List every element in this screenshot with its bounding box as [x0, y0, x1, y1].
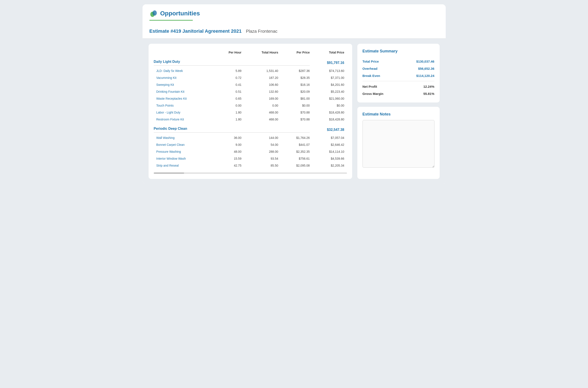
item-per-price: $441.07 — [281, 141, 312, 148]
summary-label: Gross Margin — [363, 92, 384, 96]
summary-label: Net Profit — [363, 85, 377, 88]
table-row: Labor - Light Duty 1.80 468.00 $70.88 $1… — [154, 109, 347, 116]
item-per-price: $2,352.35 — [281, 148, 312, 155]
scrollbar-indicator[interactable] — [154, 172, 347, 174]
item-per-hour: 9.00 — [214, 141, 244, 148]
right-panel: Estimate Summary Total Price $130,037.46… — [357, 44, 440, 179]
table-row: Pressure Washing 48.00 288.00 $2,352.35 … — [154, 148, 347, 155]
item-total-price: $5,223.40 — [312, 88, 347, 95]
col-header-total-hours: Total Hours — [244, 49, 281, 56]
summary-row: Total Price $130,037.46 — [363, 58, 434, 65]
item-per-price: $2,095.08 — [281, 162, 312, 169]
item-per-price: $0.00 — [281, 102, 312, 109]
item-per-hour: 0.51 — [214, 88, 244, 95]
scrollbar-thumb — [154, 172, 184, 174]
item-total-hours: 132.60 — [244, 88, 281, 95]
item-per-price: $756.61 — [281, 155, 312, 162]
summary-rows: Total Price $130,037.46 Overhead $56,652… — [363, 58, 434, 97]
item-link[interactable]: Drinking Fountain Kit — [156, 90, 185, 93]
item-link[interactable]: Waste Receptacles Kit — [156, 97, 187, 100]
item-link[interactable]: Wall Washing — [156, 136, 175, 140]
table-row: Interior Window Wash 15.59 93.54 $756.61… — [154, 155, 347, 162]
item-name: Wall Washing — [154, 134, 214, 141]
item-per-hour: 0.41 — [214, 81, 244, 88]
item-total-hours: 468.00 — [244, 116, 281, 123]
summary-divider — [363, 81, 434, 81]
item-per-price: $20.09 — [281, 88, 312, 95]
item-total-price: $21,060.00 — [312, 95, 347, 102]
app-title: Opportunities — [160, 10, 200, 17]
summary-label: Overhead — [363, 67, 377, 71]
table-row: Vacumming Kit 0.72 187.20 $28.35 $7,371.… — [154, 74, 347, 81]
item-total-hours: 0.00 — [244, 102, 281, 109]
item-total-price: $14,114.10 — [312, 148, 347, 155]
notes-card: Estimate Notes — [357, 107, 440, 179]
estimates-table: Per Hour Total Hours Per Price Total Pri… — [154, 49, 347, 169]
item-link[interactable]: Bonnet Carpet Clean — [156, 143, 185, 146]
summary-label: Break Even — [363, 74, 380, 77]
item-total-hours: 169.00 — [244, 95, 281, 102]
section-header-daily-light-duty: Daily Light Duty $91,797.16 — [154, 56, 347, 67]
item-per-price: $70.88 — [281, 109, 312, 116]
item-per-price: $70.88 — [281, 116, 312, 123]
notes-textarea[interactable] — [363, 120, 434, 168]
item-name: Bonnet Carpet Clean — [154, 141, 214, 148]
item-name: Strip and Reseal — [154, 162, 214, 169]
item-per-hour: 5.89 — [214, 67, 244, 74]
app-container: Opportunities Estimate #419 Janitorial A… — [142, 4, 446, 184]
item-total-hours: 93.54 — [244, 155, 281, 162]
item-name: Restroom Fixture Kit — [154, 116, 214, 123]
col-header-per-hour: Per Hour — [214, 49, 244, 56]
item-name: Pressure Washing — [154, 148, 214, 155]
summary-value: 12.24% — [423, 85, 434, 88]
logo-icon — [149, 10, 157, 17]
table-row: Strip and Reseal 42.75 85.50 $2,095.08 $… — [154, 162, 347, 169]
item-total-hours: 288.00 — [244, 148, 281, 155]
svg-point-1 — [152, 10, 157, 16]
table-row: Sweeping Kit 0.41 106.60 $16.16 $4,201.6… — [154, 81, 347, 88]
item-total-hours: 187.20 — [244, 74, 281, 81]
section-total: $91,797.16 — [312, 56, 347, 67]
item-per-hour: 1.80 — [214, 109, 244, 116]
item-name: Interior Window Wash — [154, 155, 214, 162]
notes-title: Estimate Notes — [363, 112, 434, 117]
section-header-periodic-deep-clean: Periodic Deep Clean $32,547.38 — [154, 123, 347, 134]
item-link[interactable]: Pressure Washing — [156, 150, 181, 153]
item-link[interactable]: Vacumming Kit — [156, 76, 177, 79]
table-row: Restroom Fixture Kit 1.80 468.00 $70.88 … — [154, 116, 347, 123]
item-link[interactable]: Labor - Light Duty — [156, 111, 180, 114]
summary-label: Total Price — [363, 60, 379, 63]
item-total-hours: 1,531.40 — [244, 67, 281, 74]
item-total-hours: 106.60 — [244, 81, 281, 88]
main-content: Per Hour Total Hours Per Price Total Pri… — [142, 39, 446, 184]
item-name: Touch Points — [154, 102, 214, 109]
item-total-price: $7,371.00 — [312, 74, 347, 81]
item-per-hour: 42.75 — [214, 162, 244, 169]
col-header-name — [154, 49, 214, 56]
item-per-hour: 0.00 — [214, 102, 244, 109]
item-per-hour: 36.00 — [214, 134, 244, 141]
item-total-price: $7,057.04 — [312, 134, 347, 141]
item-link[interactable]: Touch Points — [156, 104, 174, 107]
table-row: Bonnet Carpet Clean 9.00 54.00 $441.07 $… — [154, 141, 347, 148]
item-per-hour: 15.59 — [214, 155, 244, 162]
item-name: Sweeping Kit — [154, 81, 214, 88]
item-total-price: $2,646.42 — [312, 141, 347, 148]
item-name: Drinking Fountain Kit — [154, 88, 214, 95]
item-per-hour: 1.80 — [214, 116, 244, 123]
estimate-heading: Estimate #419 Janitorial Agreement 2021 … — [142, 25, 446, 39]
item-link[interactable]: Sweeping Kit — [156, 83, 174, 86]
item-link[interactable]: Restroom Fixture Kit — [156, 118, 184, 121]
table-scroll[interactable]: Per Hour Total Hours Per Price Total Pri… — [154, 49, 347, 169]
item-link[interactable]: Interior Window Wash — [156, 157, 186, 160]
item-link[interactable]: JLD- Daily 5x Week — [156, 69, 183, 73]
item-total-price: $18,428.80 — [312, 116, 347, 123]
item-total-price: $4,201.60 — [312, 81, 347, 88]
item-link[interactable]: Strip and Reseal — [156, 164, 179, 167]
item-per-price: $1,764.26 — [281, 134, 312, 141]
title-underline — [149, 20, 193, 21]
estimate-title: Estimate #419 Janitorial Agreement 2021 — [149, 28, 242, 34]
item-total-price: $4,539.66 — [312, 155, 347, 162]
item-per-hour: 0.72 — [214, 74, 244, 81]
item-total-price: $2,205.34 — [312, 162, 347, 169]
